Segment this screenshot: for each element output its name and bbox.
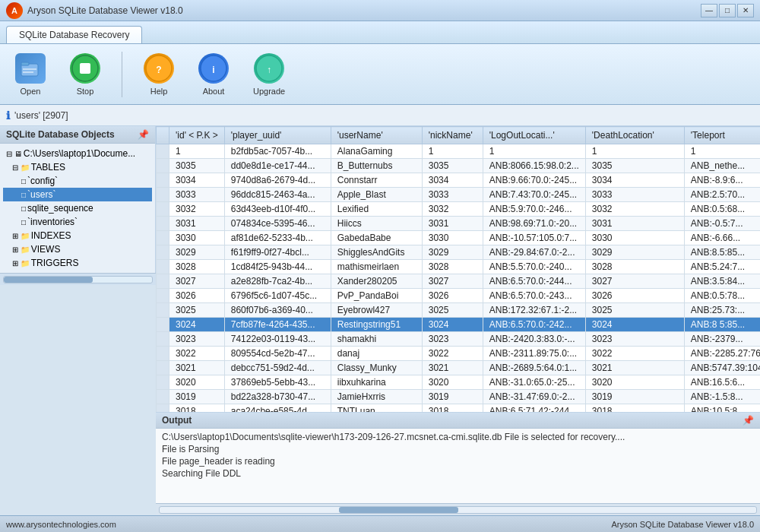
help-button[interactable]: ? Help: [138, 50, 180, 99]
sidebar-tree[interactable]: ⊟ 🖥 C:\Users\laptop1\Docume...⊟ 📁 TABLES…: [0, 144, 155, 273]
sidebar-tree-item[interactable]: ⊞ 📁 INDEXES: [3, 229, 152, 242]
table-cell[interactable]: 3035: [422, 159, 483, 173]
sidebar-tree-item[interactable]: ⊞ 📁 VIEWS: [3, 242, 152, 256]
table-row[interactable]: 3022809554cd-5e2b-47...danaj3022ANB:-231…: [157, 347, 761, 361]
table-cell[interactable]: 3023: [422, 332, 483, 347]
table-cell[interactable]: 3018: [422, 404, 483, 413]
table-row[interactable]: 3035dd0e8d1e-ce17-44...B_Butternubs3035A…: [157, 159, 761, 173]
table-cell[interactable]: 3026: [169, 289, 225, 303]
table-cell[interactable]: ANB_nethe...: [684, 159, 760, 173]
table-cell[interactable]: 3034: [585, 173, 684, 188]
close-button[interactable]: ✕: [737, 4, 754, 17]
table-cell[interactable]: 1: [684, 144, 760, 159]
table-cell[interactable]: ANB:-2689.5:64.0:1...: [483, 361, 585, 375]
table-cell[interactable]: ANB:-31.0:65.0:-25...: [483, 375, 585, 390]
table-cell[interactable]: 3028: [585, 260, 684, 274]
table-cell[interactable]: ANB:-10.57:105.0:7...: [483, 231, 585, 245]
sidebar-tree-item[interactable]: □ sqlite_sequence: [3, 201, 152, 215]
sidebar-tree-item[interactable]: □ `config`: [3, 174, 152, 188]
table-cell[interactable]: b2fdb5ac-7057-4b...: [224, 144, 331, 159]
sidebar-pin[interactable]: 📌: [138, 129, 149, 140]
table-cell[interactable]: ANB:25.73:...: [684, 303, 760, 318]
table-cell[interactable]: 3030: [422, 231, 483, 245]
table-cell[interactable]: 1: [585, 144, 684, 159]
table-cell[interactable]: Restingstring51: [331, 318, 422, 332]
table-cell[interactable]: ANB:-0.5:7...: [684, 217, 760, 231]
table-cell[interactable]: ANB:6.5:70.0:-244...: [483, 274, 585, 289]
col-header-0[interactable]: 'id' < P.K >: [169, 127, 225, 144]
table-row[interactable]: 3019bd22a328-b730-47...JamieHxrris3019AN…: [157, 390, 761, 404]
table-cell[interactable]: ANB:16.5:6...: [684, 375, 760, 390]
table-cell[interactable]: Classy_Munky: [331, 361, 422, 375]
output-pin[interactable]: 📌: [743, 415, 754, 426]
table-cell[interactable]: ANB:98.69:71.0:-20...: [483, 217, 585, 231]
table-row[interactable]: 302037869eb5-5ebb-43...iibxuhkarina3020A…: [157, 375, 761, 390]
table-cell[interactable]: 3018: [169, 404, 225, 413]
table-cell[interactable]: 3032: [422, 202, 483, 217]
table-cell[interactable]: 3031: [169, 217, 225, 231]
table-cell[interactable]: ANB:8066.15:98.0:2...: [483, 159, 585, 173]
table-cell[interactable]: 3022: [169, 347, 225, 361]
table-cell[interactable]: ANB:9.66:70.0:-245...: [483, 173, 585, 188]
sidebar-tree-item[interactable]: ⊟ 🖥 C:\Users\laptop1\Docume...: [3, 147, 152, 160]
table-cell[interactable]: ANB:2.5:70...: [684, 188, 760, 202]
table-cell[interactable]: 3029: [169, 245, 225, 260]
table-row[interactable]: 1b2fdb5ac-7057-4b...AlanaGaming1111: [157, 144, 761, 159]
table-cell[interactable]: 3019: [422, 390, 483, 404]
table-cell[interactable]: Apple_Blast: [331, 188, 422, 202]
table-row[interactable]: 3031074834ce-5395-46...Hiiccs3031ANB:98.…: [157, 217, 761, 231]
table-cell[interactable]: Eyebrowl427: [331, 303, 422, 318]
table-cell[interactable]: 3022: [585, 347, 684, 361]
table-row[interactable]: 30349740d8a6-2679-4d...Connstarr3034ANB:…: [157, 173, 761, 188]
table-cell[interactable]: B_Butternubs: [331, 159, 422, 173]
table-cell[interactable]: Lexified: [331, 202, 422, 217]
table-cell[interactable]: ANB:3.5:84...: [684, 274, 760, 289]
table-cell[interactable]: a2e828fb-7ca2-4b...: [224, 274, 331, 289]
table-cell[interactable]: ANB:-8.9:6...: [684, 173, 760, 188]
table-cell[interactable]: 3020: [585, 375, 684, 390]
col-header-4[interactable]: 'LogOutLocati...': [483, 127, 585, 144]
table-row[interactable]: 3027a2e828fb-7ca2-4b...Xander2802053027A…: [157, 274, 761, 289]
table-cell[interactable]: 3034: [422, 173, 483, 188]
table-cell[interactable]: 3033: [585, 188, 684, 202]
data-grid[interactable]: 'id' < P.K >'player_uuid''userName''nick…: [156, 126, 760, 412]
table-row[interactable]: 3025860f07b6-a369-40...Eyebrowl4273025AN…: [157, 303, 761, 318]
table-cell[interactable]: 3028: [422, 260, 483, 274]
sidebar-hscroll[interactable]: [0, 273, 156, 285]
table-cell[interactable]: 74122e03-0119-43...: [224, 332, 331, 347]
sidebar-tree-item[interactable]: ⊟ 📁 TABLES: [3, 160, 152, 174]
col-header-5[interactable]: 'DeathLocation': [585, 127, 684, 144]
table-cell[interactable]: Hiiccs: [331, 217, 422, 231]
table-cell[interactable]: 63d43eeb-d10f-4f0...: [224, 202, 331, 217]
table-cell[interactable]: ANB:6.5:70.0:-242...: [483, 318, 585, 332]
table-cell[interactable]: ANB:5.24:7...: [684, 260, 760, 274]
table-row[interactable]: 302374122e03-0119-43...shamakhi3023ANB:-…: [157, 332, 761, 347]
table-cell[interactable]: shamakhi: [331, 332, 422, 347]
table-cell[interactable]: ANB:8 5:85...: [684, 318, 760, 332]
table-cell[interactable]: 96ddc815-2463-4a...: [224, 188, 331, 202]
table-cell[interactable]: ANB:-2420.3:83.0:-...: [483, 332, 585, 347]
table-cell[interactable]: 3023: [169, 332, 225, 347]
table-cell[interactable]: 3024: [585, 318, 684, 332]
stop-button[interactable]: Stop: [64, 50, 106, 99]
table-cell[interactable]: ShigglesAndGits: [331, 245, 422, 260]
table-cell[interactable]: 1: [169, 144, 225, 159]
about-button[interactable]: i About: [192, 50, 235, 99]
table-cell[interactable]: 809554cd-5e2b-47...: [224, 347, 331, 361]
table-cell[interactable]: 1: [483, 144, 585, 159]
table-cell[interactable]: danaj: [331, 347, 422, 361]
minimize-button[interactable]: —: [701, 4, 717, 17]
table-cell[interactable]: 3026: [585, 289, 684, 303]
table-cell[interactable]: mathismeirlaen: [331, 260, 422, 274]
table-cell[interactable]: 3033: [169, 188, 225, 202]
table-cell[interactable]: ANB:8.5:85...: [684, 245, 760, 260]
table-cell[interactable]: 3032: [585, 202, 684, 217]
upgrade-button[interactable]: ↑ Upgrade: [247, 50, 291, 99]
table-cell[interactable]: 3021: [169, 361, 225, 375]
table-cell[interactable]: 3019: [585, 390, 684, 404]
table-cell[interactable]: 6796f5c6-1d07-45c...: [224, 289, 331, 303]
table-cell[interactable]: Connstarr: [331, 173, 422, 188]
table-cell[interactable]: ANB:-6.66...: [684, 231, 760, 245]
col-header-1[interactable]: 'player_uuid': [224, 127, 331, 144]
table-cell[interactable]: 3020: [169, 375, 225, 390]
